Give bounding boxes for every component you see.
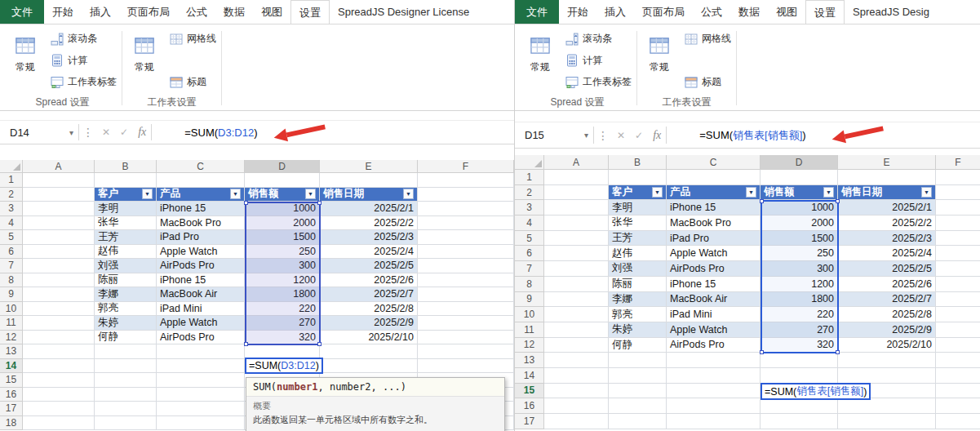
insert-function-icon[interactable]: fx	[648, 129, 666, 142]
cell-F10[interactable]	[418, 302, 514, 317]
cell-E10[interactable]: 2025/2/8	[320, 302, 418, 317]
cell-F9[interactable]	[418, 287, 514, 302]
column-header-C[interactable]: C	[157, 160, 245, 173]
column-header-E[interactable]: E	[320, 160, 418, 173]
cell-E13[interactable]	[838, 353, 936, 368]
cell-E9[interactable]: 2025/2/7	[838, 292, 936, 308]
cell-D6[interactable]: 250	[245, 245, 320, 260]
formula-bar-menu-icon[interactable]: ⋮	[79, 126, 97, 139]
cell-C4[interactable]: MacBook Pro	[157, 216, 245, 231]
row-header-9[interactable]: 9	[0, 287, 23, 302]
cell-A4[interactable]	[544, 216, 609, 231]
column-header-A[interactable]: A	[23, 160, 95, 173]
cell-C8[interactable]: iPhone 15	[667, 277, 760, 292]
cell-C11[interactable]: Apple Watch	[157, 316, 245, 331]
cell-E12[interactable]: 2025/2/10	[320, 331, 418, 345]
cell-A1[interactable]	[544, 170, 609, 185]
cell-F7[interactable]	[418, 259, 514, 273]
filter-icon[interactable]: ▼	[230, 189, 241, 199]
row-header-16[interactable]: 16	[515, 398, 544, 414]
cell-A2[interactable]	[23, 188, 95, 202]
cell-F3[interactable]	[418, 202, 514, 216]
cell-D10[interactable]: 220	[760, 307, 838, 322]
cell-F11[interactable]	[418, 316, 514, 331]
ribbon-big-button[interactable]: 常规	[127, 29, 162, 74]
ribbon-tab-4[interactable]: 公式	[693, 0, 730, 24]
cell-C5[interactable]: iPad Pro	[157, 230, 245, 245]
row-header-1[interactable]: 1	[0, 173, 23, 188]
cell-F5[interactable]	[936, 231, 980, 247]
ribbon-small-button[interactable]: 工作表标签	[565, 75, 632, 89]
cell-B4[interactable]: 张华	[609, 216, 667, 231]
column-header-A[interactable]: A	[544, 155, 609, 170]
ribbon-tab-6[interactable]: 视图	[768, 0, 805, 24]
row-header-5[interactable]: 5	[0, 230, 23, 245]
cell-A7[interactable]	[23, 259, 95, 273]
cell-F1[interactable]	[936, 170, 980, 185]
column-header-C[interactable]: C	[667, 155, 760, 170]
row-header-12[interactable]: 12	[0, 331, 23, 345]
cell-C15[interactable]	[667, 384, 760, 399]
column-header-D[interactable]: D	[760, 155, 838, 170]
cell-C1[interactable]	[667, 170, 760, 185]
row-header-2[interactable]: 2	[515, 185, 544, 201]
cell-D7[interactable]: 300	[245, 259, 320, 273]
cell-C4[interactable]: MacBook Pro	[667, 216, 760, 231]
cell-F12[interactable]	[418, 331, 514, 345]
ribbon-small-button[interactable]: 计算	[565, 54, 632, 68]
cell-A11[interactable]	[544, 322, 609, 338]
select-all-corner[interactable]	[0, 160, 23, 173]
cell-E2[interactable]: 销售日期▼	[320, 188, 418, 202]
cell-B6[interactable]: 赵伟	[95, 245, 157, 260]
row-header-10[interactable]: 10	[0, 302, 23, 317]
cell-D17[interactable]	[760, 414, 838, 429]
cell-F8[interactable]	[418, 273, 514, 288]
cell-B17[interactable]	[95, 402, 157, 416]
row-header-1[interactable]: 1	[515, 170, 544, 185]
name-box[interactable]: D14 ▾	[0, 121, 78, 144]
cell-E1[interactable]	[838, 170, 936, 185]
cell-B13[interactable]	[609, 353, 667, 368]
cell-D2[interactable]: 销售额▼	[760, 185, 838, 201]
cell-C16[interactable]	[667, 398, 760, 414]
cell-B2[interactable]: 客户▼	[609, 185, 667, 201]
row-header-2[interactable]: 2	[0, 188, 23, 202]
cell-E5[interactable]: 2025/2/3	[320, 230, 418, 245]
cell-F2[interactable]	[418, 188, 514, 202]
cell-B2[interactable]: 客户▼	[95, 188, 157, 202]
cell-B9[interactable]: 李娜	[95, 287, 157, 302]
cell-B8[interactable]: 陈丽	[95, 273, 157, 288]
formula-bar-menu-icon[interactable]: ⋮	[594, 129, 612, 142]
cell-B10[interactable]: 郭亮	[95, 302, 157, 317]
cell-F14[interactable]	[418, 359, 514, 374]
row-header-10[interactable]: 10	[515, 307, 544, 322]
cell-C9[interactable]: MacBook Air	[667, 292, 760, 308]
row-header-13[interactable]: 13	[0, 344, 23, 359]
cell-A16[interactable]	[23, 388, 95, 402]
cell-B9[interactable]: 李娜	[609, 292, 667, 308]
cell-E6[interactable]: 2025/2/4	[320, 245, 418, 260]
cell-A13[interactable]	[23, 344, 95, 359]
cell-F17[interactable]	[936, 414, 980, 429]
cell-B5[interactable]: 王芳	[609, 231, 667, 247]
cell-B3[interactable]: 李明	[609, 200, 667, 216]
ribbon-tab-3[interactable]: 页面布局	[634, 0, 693, 24]
insert-function-icon[interactable]: fx	[133, 126, 151, 139]
editing-cell[interactable]: =SUM(销售表[销售额])	[760, 383, 871, 400]
ribbon-big-button[interactable]: 常规	[8, 29, 42, 74]
row-header-17[interactable]: 17	[0, 402, 23, 416]
cell-E1[interactable]	[320, 173, 418, 188]
row-header-17[interactable]: 17	[515, 414, 544, 429]
cell-C16[interactable]	[157, 388, 245, 402]
cell-B14[interactable]	[95, 359, 157, 374]
filter-icon[interactable]: ▼	[652, 187, 663, 198]
cell-F3[interactable]	[936, 200, 980, 216]
cell-B6[interactable]: 赵伟	[609, 246, 667, 261]
cell-D16[interactable]	[760, 398, 838, 414]
cell-B1[interactable]	[609, 170, 667, 185]
ribbon-big-button[interactable]: 常规	[642, 29, 676, 74]
name-box-dropdown-icon[interactable]: ▾	[69, 128, 73, 137]
cell-C13[interactable]	[157, 344, 245, 359]
cell-A15[interactable]	[544, 384, 609, 399]
column-header-F[interactable]: F	[418, 160, 514, 173]
